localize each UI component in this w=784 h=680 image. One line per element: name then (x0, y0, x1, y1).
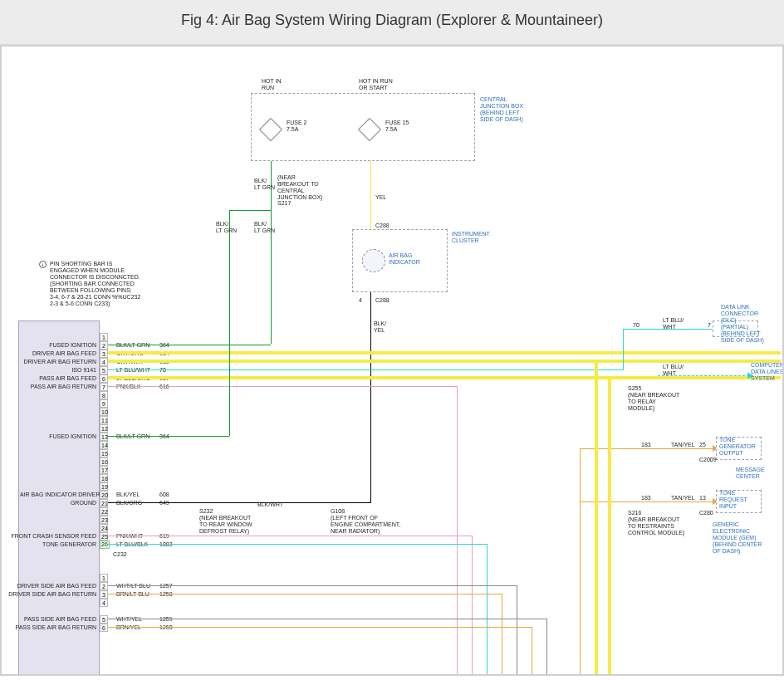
yel-v1 (595, 360, 598, 676)
pin-a2: 2 (100, 341, 108, 350)
dlc-wire-label: LT BLU/ WHT (663, 317, 684, 330)
pin-b4: 4 (100, 599, 108, 607)
pin-b5: 5 (100, 615, 108, 624)
pin-a17: 17 (100, 466, 108, 474)
pin-a11: 11 (100, 416, 108, 424)
dlc-pin: 7 (708, 322, 711, 329)
row20-num: 608 (159, 492, 169, 498)
g108-note: (LEFT FRONT OF ENGINE COMPARTMENT, NEAR … (331, 515, 400, 535)
row2-label: FUSED IGNITION (20, 342, 96, 349)
pin-a9: 9 (100, 399, 108, 408)
tanyel-num1: 183 (641, 442, 651, 448)
tanyel-num2: 183 (641, 495, 651, 501)
rowB5-wire: WHT/YEL (116, 616, 142, 623)
row13-wire-v (229, 210, 230, 436)
row20-label: AIR BAG INDICATOR DRIVER (20, 492, 96, 498)
rowB5-wire-v (546, 619, 547, 676)
row26-wire: LT BLU/BLK (116, 541, 148, 548)
row13-num: 364 (159, 433, 169, 440)
label-hot-in-run-start: HOT IN RUN OR START (359, 78, 393, 91)
rowB2-wire-h (108, 585, 517, 586)
row4-wire-h (108, 360, 781, 363)
wire-yel-v (370, 161, 371, 229)
tanyel1: TAN/YEL (671, 442, 695, 448)
msg-center-label: MESSAGE CENTER (736, 467, 765, 480)
g108: G108 (331, 508, 345, 515)
pin-a13: 13 (100, 433, 108, 441)
rowB2-wire: WHT/LT BLU (116, 583, 150, 589)
s216: S216 (628, 510, 641, 516)
computer-label: COMPUTER DATA LINES SYSTEM (751, 362, 784, 382)
pin-a12: 12 (100, 424, 108, 433)
row5-wire: LT BLU/WHT (116, 367, 150, 374)
pin-a25: 25 (100, 532, 108, 541)
rowB3-label: DRIVER SIDE AIR BAG RETURN (3, 591, 96, 598)
rowB5-label: PASS SIDE AIR BAG FEED (3, 616, 96, 623)
gem-label: GENERIC ELECTRONIC MODULE (GEM) (BEHIND … (713, 521, 762, 555)
row25-num: 619 (159, 533, 169, 540)
row3-wire-h (108, 351, 781, 355)
row7-wire-v (457, 386, 458, 676)
row6-label: PASS AIR BAG FEED (20, 375, 96, 382)
pin-a10: 10 (100, 408, 108, 416)
junction-box-label: CENTRAL JUNCTION BOX (BEHIND LEFT SIDE O… (480, 96, 523, 123)
blk-wht: BLK/WHT (257, 501, 283, 508)
cyan-join (623, 369, 624, 370)
pin-b2: 2 (100, 582, 108, 590)
row2-num: 364 (159, 342, 169, 349)
row7-num: 616 (159, 384, 169, 390)
computer-wire-col: LT BLU/ WHT (663, 364, 684, 377)
rowB6-wire: BRN/YEL (116, 624, 141, 631)
pin-a18: 18 (100, 474, 108, 482)
row26-wire-h (108, 544, 487, 545)
pin-a1: 1 (100, 333, 108, 341)
page-title: Fig 4: Air Bag System Wiring Diagram (Ex… (0, 0, 784, 45)
row5-wire-h (108, 369, 623, 370)
shorting-bar-note: PIN SHORTING BAR IS ENGAGED WHEN MODULE … (50, 261, 140, 307)
row13-label: FUSED IGNITION (20, 433, 96, 440)
row26-wire-v (487, 544, 488, 676)
row4-label: DRIVER AIR BAG RETURN (20, 359, 96, 365)
s232-note: (NEAR BREAKOUT TO REAR WINDOW DEFROST RE… (199, 515, 252, 535)
row5-label: ISO 9141 (20, 367, 96, 374)
dlc-wire-v (623, 329, 624, 370)
row25-wire-v (472, 536, 473, 676)
tr-pin: 13 (699, 495, 706, 501)
pin-b3: 3 (100, 590, 108, 599)
pin-a4: 4 (100, 358, 108, 366)
row21-wire: BLK/ORG (116, 500, 142, 506)
info-icon: i (39, 261, 47, 268)
row25-label: FRONT CRASH SENSOR FEED (3, 533, 96, 540)
wire-blk-ltgrn-top: BLK/ LT GRN (254, 178, 275, 191)
rowB6-wire-h (108, 627, 532, 628)
row21-label: GROUND (20, 500, 96, 506)
tg-pin: 25 (699, 442, 706, 448)
c280: C280 (699, 510, 713, 516)
pin-a16: 16 (100, 457, 108, 466)
rowB2-wire-v (517, 585, 517, 676)
pin-a15: 15 (100, 449, 108, 457)
row7-wire: PNK/BLK (116, 384, 141, 390)
row2-wire: BLK/LT GRN (116, 342, 149, 349)
tone-v (580, 448, 581, 676)
row13-wire: BLK/LT GRN (116, 433, 149, 440)
row26-label: TONE GENERATOR (20, 541, 96, 548)
pin-b6: 6 (100, 624, 108, 632)
pin-a22: 22 (100, 507, 108, 516)
tone-gen-wire (580, 448, 713, 449)
blk-yel-label: BLK/ YEL (374, 320, 386, 334)
s232: S232 (199, 508, 213, 515)
blk-ltgrn-v2: BLK/ LT GRN (254, 221, 275, 234)
pin-a5: 5 (100, 366, 108, 374)
c232-label: C232 (113, 551, 127, 558)
s255: S255 (628, 385, 641, 392)
fuse15-label: FUSE 15 7.5A (385, 120, 409, 133)
wiring-diagram: HOT IN RUN HOT IN RUN OR START FUSE 2 7.… (0, 45, 784, 676)
s217: S217 (277, 200, 291, 207)
c2009: C2009 (699, 457, 717, 463)
dlc-label: DATA LINK CONNECTOR (DLC) (PARTIAL) (BEH… (721, 304, 764, 344)
label-hot-in-run: HOT IN RUN (262, 78, 282, 91)
rowB3-num: 1258 (159, 591, 173, 598)
rowB6-label: PASS SIDE AIR BAG RETURN (3, 624, 96, 631)
airbag-indicator-icon (362, 249, 385, 272)
